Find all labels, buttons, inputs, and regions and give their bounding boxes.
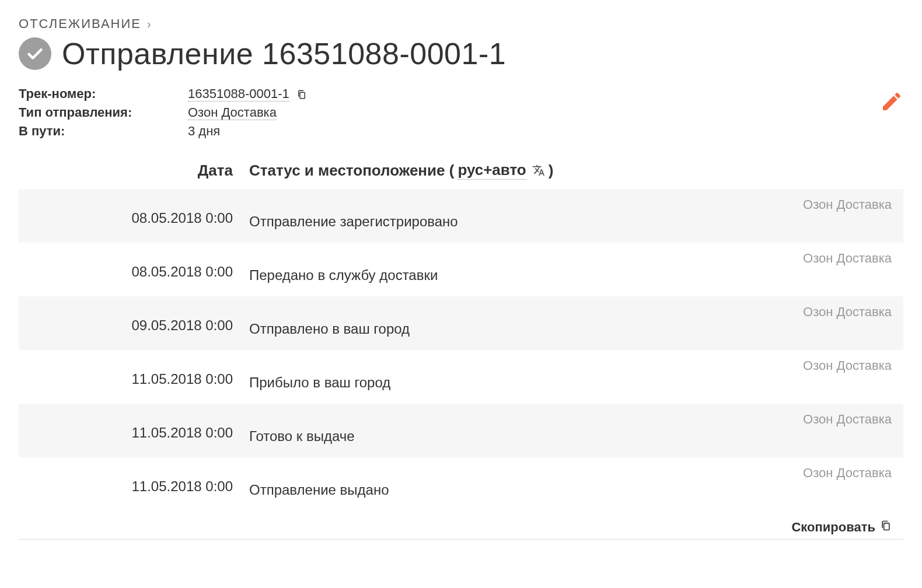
page-title: Отправление 16351088-0001-1 xyxy=(62,36,506,71)
meta-block: Трек-номер: 16351088-0001-1 Тип отправле… xyxy=(19,86,903,139)
check-circle-icon xyxy=(19,37,51,70)
translate-icon[interactable] xyxy=(532,164,545,177)
event-row: 08.05.2018 0:00Озон ДоставкаПередано в с… xyxy=(19,243,903,296)
event-main: Озон ДоставкаОтправление зарегистрирован… xyxy=(249,197,903,230)
event-row: 08.05.2018 0:00Озон ДоставкаОтправление … xyxy=(19,189,903,243)
event-status: Прибыло в ваш город xyxy=(249,374,892,391)
event-main: Озон ДоставкаПередано в службу доставки xyxy=(249,251,903,284)
event-carrier: Озон Доставка xyxy=(249,251,892,266)
event-main: Озон ДоставкаОтправление выдано xyxy=(249,466,903,498)
meta-type-value-cell: Озон Доставка xyxy=(188,105,307,120)
event-row: 09.05.2018 0:00Озон ДоставкаОтправлено в… xyxy=(19,296,903,350)
column-date-header: Дата xyxy=(19,162,249,180)
meta-track-value[interactable]: 16351088-0001-1 xyxy=(188,86,289,102)
copy-icon[interactable] xyxy=(296,89,307,100)
event-carrier: Озон Доставка xyxy=(249,304,892,320)
event-row: 11.05.2018 0:00Озон ДоставкаОтправление … xyxy=(19,457,903,511)
event-status: Готово к выдаче xyxy=(249,428,892,444)
events-list: 08.05.2018 0:00Озон ДоставкаОтправление … xyxy=(19,189,903,511)
copy-icon xyxy=(880,519,892,536)
event-date: 08.05.2018 0:00 xyxy=(19,197,249,226)
event-carrier: Озон Доставка xyxy=(249,466,892,481)
copy-all-button[interactable]: Скопировать xyxy=(19,511,903,540)
column-status-header: Статус и местоположение ( рус+авто ) xyxy=(249,161,903,180)
event-carrier: Озон Доставка xyxy=(249,358,892,373)
edit-button[interactable] xyxy=(880,90,903,116)
svg-rect-0 xyxy=(300,92,305,99)
meta-type-label: Тип отправления: xyxy=(19,105,188,120)
chevron-right-icon: › xyxy=(147,18,152,31)
language-toggle[interactable]: рус+авто xyxy=(457,161,526,180)
event-date: 11.05.2018 0:00 xyxy=(19,466,249,495)
event-date: 09.05.2018 0:00 xyxy=(19,304,249,334)
event-date: 11.05.2018 0:00 xyxy=(19,412,249,441)
breadcrumb-label: ОТСЛЕЖИВАНИЕ xyxy=(19,16,141,32)
copy-all-label: Скопировать xyxy=(791,520,875,535)
meta-track-value-cell: 16351088-0001-1 xyxy=(188,86,307,102)
event-carrier: Озон Доставка xyxy=(249,197,892,212)
meta-transit-label: В пути: xyxy=(19,124,188,139)
event-status: Отправлено в ваш город xyxy=(249,321,892,337)
meta-type-value[interactable]: Озон Доставка xyxy=(188,105,277,120)
event-row: 11.05.2018 0:00Озон ДоставкаГотово к выд… xyxy=(19,404,903,457)
event-date: 08.05.2018 0:00 xyxy=(19,251,249,280)
event-date: 11.05.2018 0:00 xyxy=(19,358,249,387)
status-header-suffix: ) xyxy=(549,162,554,180)
status-header-prefix: Статус и местоположение ( xyxy=(249,162,454,180)
event-main: Озон ДоставкаПрибыло в ваш город xyxy=(249,358,903,391)
event-status: Отправление выдано xyxy=(249,482,892,498)
table-header: Дата Статус и местоположение ( рус+авто … xyxy=(19,161,903,189)
event-row: 11.05.2018 0:00Озон ДоставкаПрибыло в ва… xyxy=(19,350,903,404)
meta-track-label: Трек-номер: xyxy=(19,86,188,102)
event-status: Отправление зарегистрировано xyxy=(249,214,892,230)
breadcrumb[interactable]: ОТСЛЕЖИВАНИЕ › xyxy=(19,16,903,32)
event-main: Озон ДоставкаГотово к выдаче xyxy=(249,412,903,444)
svg-rect-1 xyxy=(884,523,889,530)
title-row: Отправление 16351088-0001-1 xyxy=(19,36,903,71)
event-status: Передано в службу доставки xyxy=(249,267,892,284)
meta-transit-value: 3 дня xyxy=(188,124,307,139)
event-main: Озон ДоставкаОтправлено в ваш город xyxy=(249,304,903,337)
event-carrier: Озон Доставка xyxy=(249,412,892,427)
